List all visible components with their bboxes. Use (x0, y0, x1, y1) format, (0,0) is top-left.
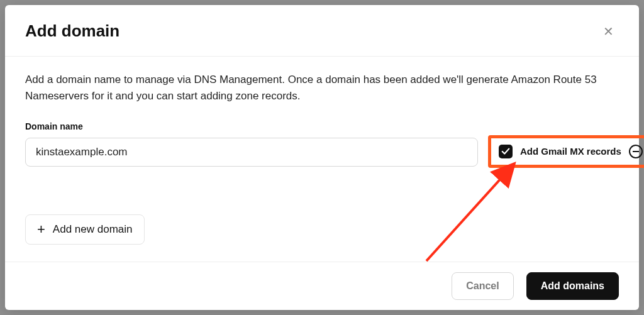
domain-name-label: Domain name (25, 121, 619, 131)
add-domain-modal: Add domain ✕ Add a domain name to manage… (5, 5, 639, 310)
modal-title: Add domain (25, 21, 119, 41)
cancel-button[interactable]: Cancel (452, 272, 513, 300)
cancel-button-label: Cancel (466, 280, 499, 292)
gmail-mx-label: Add Gmail MX records (520, 146, 621, 157)
svg-line-0 (426, 163, 514, 261)
add-new-domain-label: Add new domain (53, 223, 133, 236)
gmail-mx-option: Add Gmail MX records (488, 135, 644, 168)
add-domains-button[interactable]: Add domains (526, 272, 619, 300)
close-icon[interactable]: ✕ (598, 23, 619, 40)
modal-header: Add domain ✕ (5, 5, 639, 57)
modal-body: Add a domain name to manage via DNS Mana… (5, 57, 639, 262)
annotation-arrow (420, 154, 558, 267)
remove-domain-icon[interactable] (629, 145, 643, 158)
check-icon (501, 147, 510, 156)
modal-footer: Cancel Add domains (5, 262, 639, 310)
domain-name-input[interactable] (25, 138, 478, 167)
add-domains-button-label: Add domains (541, 280, 604, 292)
domain-row: Add Gmail MX records (25, 138, 619, 170)
gmail-mx-checkbox[interactable] (499, 145, 513, 158)
modal-description: Add a domain name to manage via DNS Mana… (25, 72, 604, 105)
plus-icon: + (37, 223, 45, 236)
add-new-domain-button[interactable]: + Add new domain (25, 214, 145, 245)
